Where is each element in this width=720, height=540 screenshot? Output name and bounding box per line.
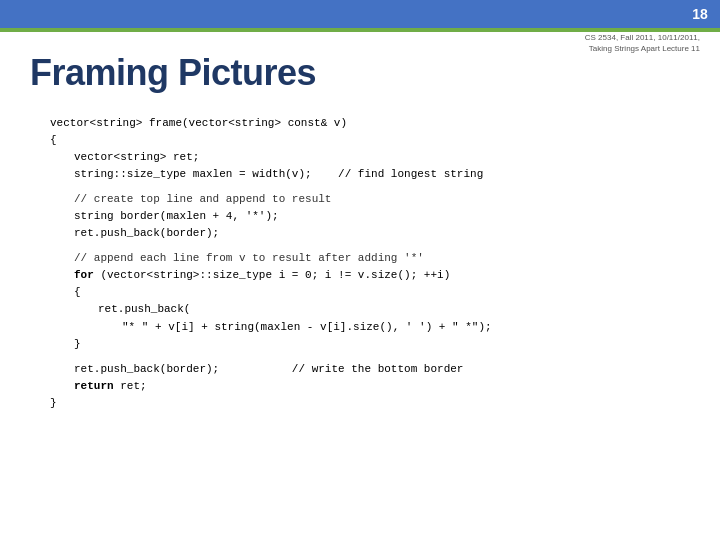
header-info: CS 2534, Fall 2011, 10/11/2011, Taking S… xyxy=(585,32,700,54)
code-spacer xyxy=(50,183,700,191)
code-line: // append each line from v to result aft… xyxy=(50,250,700,267)
code-line: ret.push_back(border); // write the bott… xyxy=(50,361,700,378)
course-label: CS 2534, Fall 2011, xyxy=(585,33,656,42)
code-line: return ret; xyxy=(50,378,700,395)
top-bar xyxy=(0,0,720,28)
code-line: string::size_type maxlen = width(v); // … xyxy=(50,166,700,183)
lecture-label: Lecture 11 xyxy=(662,44,700,53)
code-line: vector<string> ret; xyxy=(50,149,700,166)
code-line: { xyxy=(50,284,700,301)
slide-title: Framing Pictures xyxy=(30,52,316,94)
code-line: for (vector<string>::size_type i = 0; i … xyxy=(50,267,700,284)
date-label: 10/11/2011, xyxy=(658,33,700,42)
code-spacer xyxy=(50,242,700,250)
code-line: } xyxy=(50,336,700,353)
code-line: // create top line and append to result xyxy=(50,191,700,208)
slide-number: 18 xyxy=(680,0,720,28)
code-block: vector<string> frame(vector<string> cons… xyxy=(50,115,700,412)
code-line: "* " + v[i] + string(maxlen - v[i].size(… xyxy=(50,319,700,336)
code-line: string border(maxlen + 4, '*'); xyxy=(50,208,700,225)
code-line: vector<string> frame(vector<string> cons… xyxy=(50,115,700,132)
code-line: ret.push_back(border); xyxy=(50,225,700,242)
subtitle-label: Taking Strings Apart xyxy=(589,44,660,53)
code-line: { xyxy=(50,132,700,149)
code-line: ret.push_back( xyxy=(50,301,700,318)
code-spacer xyxy=(50,353,700,361)
code-line: } xyxy=(50,395,700,412)
